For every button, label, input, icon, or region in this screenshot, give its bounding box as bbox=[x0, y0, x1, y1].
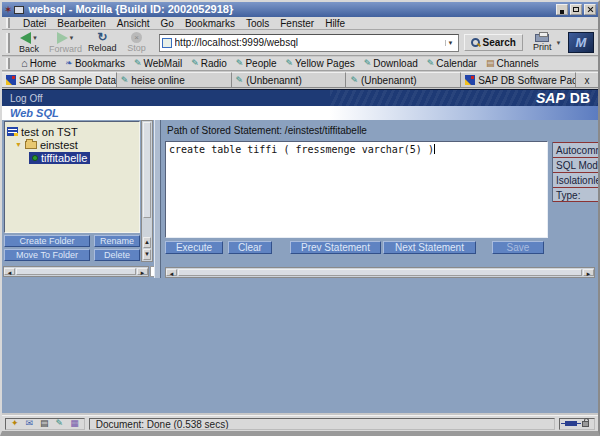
pencil-icon: ✎ bbox=[236, 59, 244, 68]
bookmark-radio[interactable]: ✎ Radio bbox=[191, 58, 227, 69]
reload-label: Reload bbox=[88, 43, 117, 53]
sql-statement-text: create table tiffi ( fressmenge varchar(… bbox=[169, 144, 434, 155]
scroll-right-icon[interactable]: ► bbox=[583, 269, 594, 276]
mozilla-throbber[interactable]: M bbox=[568, 32, 594, 53]
print-dropdown-icon[interactable]: ▼ bbox=[555, 40, 561, 46]
tab-close-button[interactable]: x bbox=[576, 72, 598, 87]
addressbook-icon[interactable]: ▦ bbox=[70, 419, 79, 428]
scrollbar-thumb[interactable] bbox=[178, 269, 582, 276]
tab-sapdb-sample[interactable]: SAP DB Sample Database (... bbox=[2, 72, 117, 87]
reload-button[interactable]: ↻ Reload bbox=[85, 31, 120, 54]
tree-node-folder[interactable]: ▼ einstest bbox=[7, 138, 137, 151]
scrollbar-thumb[interactable] bbox=[143, 122, 151, 218]
frame-splitter[interactable] bbox=[154, 120, 161, 278]
back-label: Back bbox=[19, 44, 39, 54]
execute-button[interactable]: Execute bbox=[165, 241, 223, 254]
sql-statement-textarea[interactable]: create table tiffi ( fressmenge varchar(… bbox=[165, 141, 548, 238]
bookmark-webmail[interactable]: ✎ WebMail bbox=[134, 58, 182, 69]
url-history-dropdown-icon[interactable]: ▼ bbox=[445, 40, 456, 46]
expander-icon[interactable]: ▼ bbox=[15, 141, 22, 148]
back-button[interactable]: ▼ Back bbox=[12, 31, 46, 55]
pencil-icon: ✎ bbox=[286, 59, 294, 68]
scroll-left-icon[interactable]: ◄ bbox=[4, 268, 15, 275]
statement-horizontal-scrollbar[interactable]: ◄ ► bbox=[165, 267, 595, 278]
tab-unbenannt-2[interactable]: ✎ (Unbenannt) bbox=[346, 72, 461, 87]
log-off-link[interactable]: Log Off bbox=[10, 93, 43, 104]
menu-go[interactable]: Go bbox=[161, 18, 174, 29]
navigator-icon[interactable]: ✦ bbox=[11, 419, 19, 428]
composer-icon[interactable]: ✎ bbox=[56, 419, 64, 428]
menu-fenster[interactable]: Fenster bbox=[280, 18, 314, 29]
online-plug-icon[interactable] bbox=[565, 421, 577, 426]
setting-autocommit[interactable]: Autocommit bbox=[553, 142, 598, 157]
page-icon: ✎ bbox=[350, 76, 358, 85]
setting-sql-mode[interactable]: SQL Mode bbox=[553, 157, 598, 172]
toolbar-grippy[interactable] bbox=[6, 33, 10, 53]
bookmark-yellow-pages[interactable]: ✎ Yellow Pages bbox=[286, 58, 355, 69]
tree-horizontal-scrollbar[interactable]: ◄ ► bbox=[3, 266, 149, 277]
bookmark-bookmarks[interactable]: ❧ Bookmarks bbox=[65, 58, 125, 69]
tree-vertical-scrollbar[interactable]: ▲ ▼ bbox=[141, 120, 153, 262]
toolbar-grippy[interactable] bbox=[6, 18, 10, 28]
delete-button[interactable]: Delete bbox=[94, 249, 140, 261]
window-pin-icon[interactable]: ✶ bbox=[4, 5, 12, 15]
bookmark-channels[interactable]: ▤ Channels bbox=[486, 58, 539, 69]
toolbar-grippy[interactable] bbox=[6, 58, 10, 68]
menu-bar: Datei Bearbeiten Ansicht Go Bookmarks To… bbox=[2, 17, 598, 30]
bookmark-home[interactable]: ⌂ Home bbox=[21, 58, 56, 69]
statement-icon bbox=[32, 155, 38, 161]
selected-tree-item[interactable]: tiffitabelle bbox=[29, 152, 90, 164]
setting-isolation-level[interactable]: Isolationlevel bbox=[553, 172, 598, 187]
bookmark-download[interactable]: ✎ Download bbox=[364, 58, 418, 69]
forward-button[interactable]: ▼ Forward bbox=[46, 31, 85, 55]
bookmark-people[interactable]: ✎ People bbox=[236, 58, 277, 69]
minimize-button[interactable] bbox=[556, 4, 568, 15]
window-titlebar[interactable]: ✶ websql - Mozilla {Build ID: 2002052918… bbox=[2, 2, 598, 17]
clear-button[interactable]: Clear bbox=[228, 241, 272, 254]
tree-node-statement[interactable]: tiffitabelle bbox=[7, 151, 137, 164]
tab-unbenannt-1[interactable]: ✎ (Unbenannt) bbox=[232, 72, 347, 87]
next-statement-button[interactable]: Next Statement bbox=[383, 241, 476, 254]
forward-dropdown-icon[interactable]: ▼ bbox=[69, 35, 75, 41]
back-dropdown-icon[interactable]: ▼ bbox=[32, 35, 38, 41]
database-server-icon bbox=[7, 127, 18, 136]
scroll-left-icon[interactable]: ◄ bbox=[166, 269, 177, 276]
menu-datei[interactable]: Datei bbox=[23, 18, 46, 29]
url-input[interactable]: http://localhost:9999/websql bbox=[175, 37, 445, 48]
move-to-folder-button[interactable]: Move To Folder bbox=[4, 249, 90, 261]
rename-button[interactable]: Rename bbox=[94, 235, 140, 247]
scroll-down-icon[interactable]: ▼ bbox=[143, 249, 151, 260]
window-controls bbox=[556, 4, 596, 15]
printer-icon bbox=[535, 34, 549, 42]
page-proxy-icon[interactable] bbox=[162, 38, 172, 48]
maximize-button[interactable] bbox=[570, 4, 582, 15]
tree-node-server[interactable]: test on TST bbox=[7, 125, 137, 138]
menu-tools[interactable]: Tools bbox=[246, 18, 269, 29]
pencil-icon: ✎ bbox=[191, 59, 199, 68]
prev-statement-button[interactable]: Prev Statement bbox=[290, 241, 381, 254]
close-button[interactable] bbox=[584, 4, 596, 15]
scroll-up-icon[interactable]: ▲ bbox=[143, 237, 151, 248]
save-button[interactable]: Save bbox=[492, 241, 544, 254]
sap-db-logo: SAP DB bbox=[536, 90, 590, 106]
security-lock-icon[interactable] bbox=[582, 421, 589, 427]
print-button[interactable]: Print bbox=[533, 34, 552, 52]
create-folder-button[interactable]: Create Folder bbox=[4, 235, 90, 247]
print-label: Print bbox=[533, 42, 552, 52]
url-bar[interactable]: http://localhost:9999/websql ▼ bbox=[159, 34, 459, 52]
mozilla-app-icon bbox=[14, 6, 24, 14]
search-button[interactable]: Search bbox=[464, 34, 523, 51]
scrollbar-thumb[interactable] bbox=[16, 268, 136, 275]
menu-bearbeiten[interactable]: Bearbeiten bbox=[57, 18, 105, 29]
menu-bookmarks[interactable]: Bookmarks bbox=[185, 18, 235, 29]
scroll-right-icon[interactable]: ► bbox=[137, 268, 148, 275]
mail-icon[interactable]: ✉ bbox=[26, 419, 34, 428]
menu-ansicht[interactable]: Ansicht bbox=[117, 18, 150, 29]
settings-panel: Autocommit SQL Mode Isolationlevel Type: bbox=[552, 142, 598, 202]
stop-button[interactable]: × Stop bbox=[120, 31, 154, 54]
tab-sapdb-packages[interactable]: SAP DB Software Packages bbox=[461, 72, 576, 87]
menu-hilfe[interactable]: Hilfe bbox=[325, 18, 345, 29]
bookmark-calendar[interactable]: ✎ Calendar bbox=[427, 58, 477, 69]
tab-heise-online[interactable]: ✎ heise online bbox=[117, 72, 232, 87]
chat-icon[interactable]: ▤ bbox=[40, 419, 49, 428]
